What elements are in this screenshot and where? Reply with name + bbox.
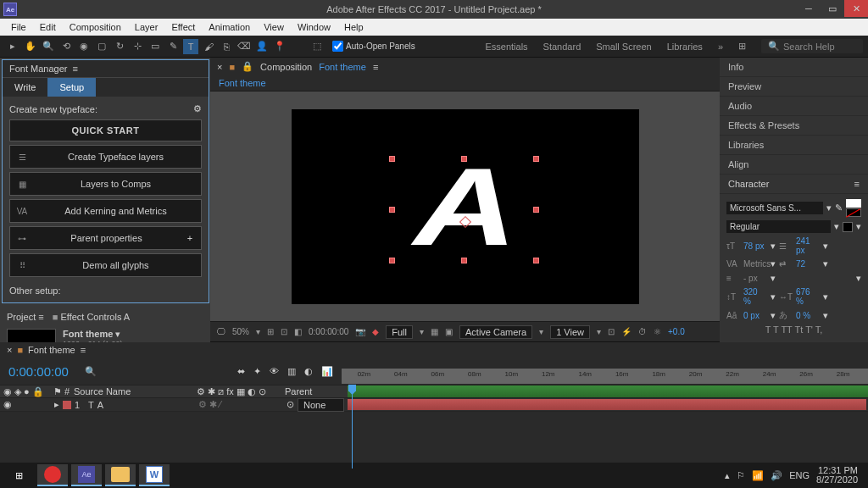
menu-edit[interactable]: Edit bbox=[34, 20, 62, 34]
audio-panel[interactable]: Audio bbox=[720, 97, 868, 116]
font-family-dropdown[interactable]: Microsoft Sans S... bbox=[726, 202, 823, 214]
view-dropdown[interactable]: 1 View bbox=[550, 325, 590, 339]
twirl-icon[interactable]: ▸ bbox=[54, 399, 59, 410]
character-panel-header[interactable]: Character≡ bbox=[720, 175, 868, 194]
quick-start-button[interactable]: QUICK START bbox=[9, 119, 202, 141]
type-tool-icon[interactable]: T bbox=[183, 39, 198, 54]
layer-color-label[interactable] bbox=[63, 401, 71, 409]
workspace-small-screen[interactable]: Small Screen bbox=[596, 42, 651, 52]
info-panel[interactable]: Info bbox=[720, 58, 868, 77]
menu-effect[interactable]: Effect bbox=[165, 20, 201, 34]
explorer-taskbar-icon[interactable] bbox=[105, 464, 136, 486]
panel-menu-icon[interactable]: ≡ bbox=[72, 64, 77, 74]
transform-handle[interactable] bbox=[533, 207, 539, 213]
workspace-libraries[interactable]: Libraries bbox=[667, 42, 703, 52]
demo-glyphs-button[interactable]: ⠿Demo all glyphs bbox=[9, 253, 202, 277]
transform-handle[interactable] bbox=[389, 156, 395, 162]
after-effects-taskbar-icon[interactable]: Ae bbox=[71, 464, 102, 486]
orbit-tool-icon[interactable]: ⟲ bbox=[58, 39, 74, 54]
clone-tool-icon[interactable]: ⎘ bbox=[219, 39, 234, 54]
layers-to-comps-button[interactable]: ▦Layers to Comps bbox=[9, 172, 202, 196]
transform-handle[interactable] bbox=[389, 258, 395, 263]
pixel-aspect-icon[interactable]: ⊡ bbox=[608, 327, 615, 336]
align-panel[interactable]: Align bbox=[720, 155, 868, 175]
fm-tab-setup[interactable]: Setup bbox=[47, 78, 96, 97]
fast-preview-icon[interactable]: ⚡ bbox=[621, 327, 632, 336]
comp-mini-flowchart-icon[interactable]: ⬌ bbox=[237, 366, 245, 377]
settings-icon[interactable]: ⚙ bbox=[193, 103, 202, 114]
effect-controls-tab[interactable]: ■ Effect Controls A bbox=[53, 312, 130, 322]
timeline-search[interactable]: 🔍 bbox=[85, 366, 203, 377]
volume-icon[interactable]: 🔊 bbox=[771, 470, 782, 481]
menu-window[interactable]: Window bbox=[292, 20, 337, 34]
baseline-value[interactable]: 0 px bbox=[743, 311, 767, 320]
opera-taskbar-icon[interactable] bbox=[37, 464, 68, 486]
pen-tool-icon[interactable]: ✎ bbox=[165, 39, 181, 54]
close-button[interactable]: ✕ bbox=[844, 0, 868, 17]
close-tab-icon[interactable]: × bbox=[217, 62, 222, 72]
workspace-essentials[interactable]: Essentials bbox=[485, 42, 527, 52]
tsume-value[interactable]: 0 % bbox=[796, 311, 820, 320]
snap-icon[interactable]: ⬚ bbox=[309, 39, 325, 54]
font-style-dropdown[interactable]: Regular bbox=[726, 220, 831, 233]
transform-handle[interactable] bbox=[461, 156, 467, 162]
menu-composition[interactable]: Composition bbox=[64, 20, 127, 34]
hscale-value[interactable]: 676 % bbox=[796, 287, 820, 306]
menu-file[interactable]: File bbox=[5, 20, 32, 34]
hide-shy-icon[interactable]: 👁 bbox=[270, 366, 279, 377]
draft-3d-icon[interactable]: ✦ bbox=[253, 366, 261, 377]
fill-stroke-swatch[interactable] bbox=[846, 199, 861, 217]
comp-name-link[interactable]: Font theme bbox=[319, 62, 366, 72]
selection-tool-icon[interactable]: ▸ bbox=[5, 39, 20, 54]
system-clock[interactable]: 12:31 PM 8/27/2020 bbox=[816, 466, 858, 485]
transform-handle[interactable] bbox=[533, 258, 539, 263]
tray-overflow-icon[interactable]: ▴ bbox=[725, 470, 730, 481]
libraries-panel[interactable]: Libraries bbox=[720, 136, 868, 155]
breadcrumb-item[interactable]: Font theme bbox=[219, 78, 266, 88]
workspace-overflow-icon[interactable]: » bbox=[718, 42, 723, 52]
vscale-value[interactable]: 320 % bbox=[743, 287, 767, 306]
menu-help[interactable]: Help bbox=[338, 20, 370, 34]
project-tab[interactable]: Project ≡ bbox=[7, 312, 44, 322]
brush-tool-icon[interactable]: 🖌 bbox=[201, 39, 216, 54]
puppet-tool-icon[interactable]: 📍 bbox=[272, 39, 287, 54]
maximize-button[interactable]: ▭ bbox=[821, 0, 844, 17]
camera-tool-icon[interactable]: ▢ bbox=[94, 39, 109, 54]
plus-icon[interactable]: + bbox=[184, 233, 196, 243]
workspace-options-icon[interactable]: ⊞ bbox=[738, 41, 746, 52]
eraser-tool-icon[interactable]: ⌫ bbox=[236, 39, 252, 54]
motion-blur-icon[interactable]: ◐ bbox=[304, 366, 313, 377]
text-style-buttons[interactable]: T T TT Tt T' T, bbox=[726, 324, 861, 335]
language-indicator[interactable]: ENG bbox=[789, 470, 810, 480]
menu-animation[interactable]: Animation bbox=[203, 20, 256, 34]
start-button[interactable]: ⊞ bbox=[3, 464, 34, 486]
playhead[interactable] bbox=[352, 385, 353, 469]
grid-icon[interactable]: ⊡ bbox=[281, 327, 287, 336]
timeline-tab[interactable]: Font theme bbox=[28, 345, 75, 355]
anchor-tool-icon[interactable]: ⊹ bbox=[130, 39, 145, 54]
create-typeface-layers-button[interactable]: ☰Create Typeface layers bbox=[9, 145, 202, 169]
action-center-icon[interactable]: ⚐ bbox=[737, 470, 745, 481]
rotate-tool-icon[interactable]: ◉ bbox=[76, 39, 92, 54]
parent-dropdown[interactable]: None bbox=[298, 398, 344, 412]
effects-presets-panel[interactable]: Effects & Presets bbox=[720, 116, 868, 136]
search-help-input[interactable]: 🔍 Search Help bbox=[761, 39, 863, 53]
close-tab-icon[interactable]: × bbox=[7, 345, 12, 355]
transform-handle[interactable] bbox=[533, 156, 539, 162]
exposure-value[interactable]: +0.0 bbox=[668, 327, 685, 336]
comp-name[interactable]: Font theme ▾ bbox=[63, 329, 123, 340]
layer-name[interactable]: A bbox=[97, 400, 103, 410]
stroke-width-value[interactable]: - px bbox=[743, 274, 767, 283]
composition-canvas[interactable]: A bbox=[292, 109, 639, 304]
timeline-icon[interactable]: ⏱ bbox=[638, 327, 647, 336]
frame-blend-icon[interactable]: ▥ bbox=[287, 366, 296, 377]
mask-icon[interactable]: ◧ bbox=[294, 327, 302, 336]
source-name-header[interactable]: Source Name bbox=[74, 386, 131, 396]
current-time[interactable]: 0:00:00:00 bbox=[309, 327, 348, 336]
workspace-standard[interactable]: Standard bbox=[543, 42, 581, 52]
fm-tab-write[interactable]: Write bbox=[3, 78, 47, 97]
current-time-display[interactable]: 0:00:00:00 bbox=[0, 364, 85, 379]
zoom-dropdown[interactable]: 50% bbox=[232, 327, 249, 336]
pan-tool-icon[interactable]: ↻ bbox=[112, 39, 127, 54]
menu-layer[interactable]: Layer bbox=[129, 20, 164, 34]
